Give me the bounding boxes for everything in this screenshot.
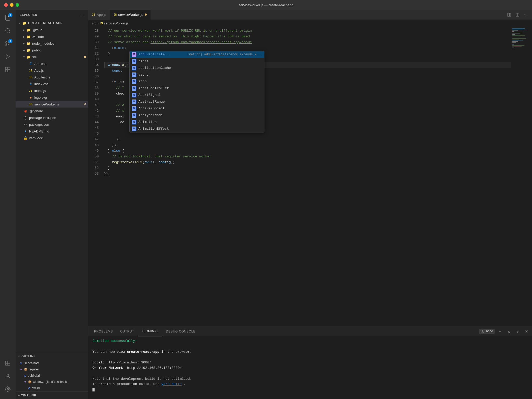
close-button[interactable] — [4, 3, 8, 7]
svg-rect-9 — [8, 70, 10, 72]
ac-item-animation[interactable]: W Animation — [130, 119, 264, 125]
source-control-badge: 1 — [8, 39, 12, 43]
src-label: src — [32, 55, 37, 59]
ac-item-abstractrange[interactable]: W AbstractRange — [130, 98, 264, 105]
gitignore-label: .gitignore — [29, 109, 43, 113]
autocomplete-dropdown[interactable]: M addEventListe... (method) addEventList… — [129, 51, 264, 132]
tree-item-index-js[interactable]: JS index.js — [16, 87, 88, 94]
sidebar-actions: ⋯ — [80, 12, 84, 17]
outline-header[interactable]: ▼ OUTLINE — [16, 352, 88, 360]
node-modules-chevron: ▶ — [22, 42, 26, 45]
activity-extensions[interactable] — [2, 64, 14, 75]
maximize-button[interactable] — [16, 3, 19, 7]
ac-item-async[interactable]: W async — [130, 71, 264, 78]
tree-item-gitignore[interactable]: ◉ .gitignore — [16, 108, 88, 114]
split-editor-button[interactable] — [506, 12, 512, 18]
ac-activexobject-name: ActiveXObject — [138, 106, 262, 111]
svg-rect-17 — [509, 13, 511, 16]
tree-item-logo-svg[interactable]: ◈ logo.svg — [16, 94, 88, 101]
activity-files[interactable]: 1 — [2, 12, 14, 23]
outline-item-register[interactable]: ▼ 📦 register — [16, 366, 88, 373]
ac-item-addeventlistener[interactable]: M addEventListe... (method) addEventList… — [130, 51, 264, 58]
code-line-47: ); — [104, 137, 511, 142]
gitignore-icon: ◉ — [23, 109, 28, 113]
github-label: .github — [32, 28, 42, 32]
new-file-icon[interactable]: ⋯ — [80, 12, 84, 17]
timeline-chevron: ▶ — [18, 394, 20, 397]
panel-close-button[interactable]: ✕ — [523, 328, 530, 335]
tree-item-app-js[interactable]: JS App.js — [16, 67, 88, 74]
node-modules-label: node_modules — [32, 42, 54, 45]
root-chevron: ▼ — [18, 22, 22, 25]
outline-swurl-label: swUrl — [32, 386, 40, 390]
tree-item-readme[interactable]: ℹ README.md — [16, 128, 88, 135]
panel-chevron-down[interactable]: ∨ — [514, 328, 521, 335]
outline-window-label: window.a('load') callback — [33, 380, 67, 384]
tree-item-index-css[interactable]: # index.css — [16, 81, 88, 87]
index-css-label: index.css — [34, 82, 48, 86]
minimize-button[interactable] — [10, 3, 14, 7]
ac-item-applicationcache[interactable]: W applicationCache — [130, 65, 264, 71]
svg-rect-10 — [6, 361, 8, 363]
layout-button[interactable] — [514, 12, 521, 18]
ac-animationeffect-name: AnimationEffect — [138, 126, 262, 132]
panel-tab-debug[interactable]: DEBUG CONSOLE — [162, 327, 199, 336]
tree-item-public[interactable]: ▶ 📁 public — [16, 47, 88, 54]
main-layout: 1 1 — [0, 10, 532, 399]
ac-item-abortcontroller[interactable]: W AbortController — [130, 85, 264, 92]
tree-item-package-lock[interactable]: {} package-lock.json — [16, 114, 88, 121]
ac-item-analysernode[interactable]: W AnalyserNode — [130, 112, 264, 119]
outline-item-window-callback[interactable]: ▼ 📦 window.a('load') callback — [16, 379, 88, 385]
node-badge: node — [479, 329, 495, 334]
terminal-success-text: Compiled successfully! — [92, 339, 137, 343]
breadcrumb-file[interactable]: serviceWorker.js — [104, 21, 129, 25]
activity-remote[interactable] — [2, 357, 14, 369]
breadcrumb-src[interactable]: src — [92, 21, 96, 25]
logo-svg-label: logo.svg — [34, 96, 47, 99]
terminal-content[interactable]: Compiled successfully! You can now view … — [88, 336, 532, 399]
svg-point-14 — [7, 374, 9, 376]
ac-item-activexobject[interactable]: W ActiveXObject — [130, 105, 264, 112]
tree-item-node-modules[interactable]: ▶ 📁 node_modules — [16, 40, 88, 47]
ac-abortsignal-icon: W — [132, 93, 136, 97]
activity-settings[interactable] — [2, 383, 14, 395]
timeline-header[interactable]: ▶ TIMELINE — [16, 391, 88, 399]
timeline-title: TIMELINE — [21, 394, 36, 397]
panel-tab-output[interactable]: OUTPUT — [116, 327, 138, 336]
ac-item-animationeffect[interactable]: W AnimationEffect — [130, 125, 264, 132]
src-icon: 📁 — [26, 55, 31, 59]
panel-tab-problems[interactable]: PROBLEMS — [90, 327, 116, 336]
serviceworker-modified: M — [84, 103, 86, 106]
activity-run[interactable] — [2, 51, 14, 62]
ac-item-abortsignal[interactable]: W AbortSignal — [130, 92, 264, 98]
panel-tab-terminal[interactable]: TERMINAL — [138, 327, 162, 336]
tree-item-src[interactable]: ▼ 📁 src — [16, 54, 88, 60]
tree-item-github[interactable]: ▶ 📁 .github — [16, 26, 88, 33]
outline-item-islocalhost[interactable]: ⊕ isLocalhost — [16, 360, 88, 366]
code-content[interactable]: // our service worker won't work if PUBL… — [101, 27, 511, 326]
add-terminal-button[interactable]: + — [497, 328, 503, 335]
activity-account[interactable] — [2, 370, 14, 382]
ac-item-alert[interactable]: W alert — [130, 58, 264, 65]
activity-search[interactable] — [2, 25, 14, 36]
panel-chevron-up[interactable]: ∧ — [506, 328, 512, 335]
terminal-app-name: create-react-app — [127, 350, 159, 354]
tab-app-js[interactable]: JS App.js — [88, 10, 110, 20]
ac-item-atob[interactable]: W atob — [130, 78, 264, 85]
tree-item-app-css[interactable]: # App.css — [16, 60, 88, 67]
ac-abortcontroller-icon: W — [132, 86, 136, 91]
tree-item-app-test-js[interactable]: JS App.test.js — [16, 74, 88, 81]
tree-item-vscode[interactable]: ▶ 📁 .vscode — [16, 33, 88, 40]
terminal-cursor — [92, 388, 95, 391]
outline-item-swurl[interactable]: ⊕ swUrl — [16, 385, 88, 391]
tree-item-package-json[interactable]: {} package.json — [16, 121, 88, 128]
tree-item-serviceworker[interactable]: JS serviceWorker.js M — [16, 101, 88, 108]
outline-item-publicurl[interactable]: ⊕ publicUrl — [16, 373, 88, 379]
tab-serviceworker[interactable]: JS serviceWorker.js — [110, 10, 150, 20]
more-actions-button[interactable]: ⋯ — [523, 12, 529, 18]
tree-root-item[interactable]: ▼ 📁 CREATE-REACT-APP — [16, 20, 88, 26]
activity-source-control[interactable]: 1 — [2, 38, 14, 49]
tree-item-yarn-lock[interactable]: 🔒 yarn.lock — [16, 135, 88, 141]
svg-rect-7 — [8, 67, 10, 69]
code-editor[interactable]: 28 29 30 31 32 33 34 35 36 37 38 39 40 4… — [88, 27, 532, 326]
